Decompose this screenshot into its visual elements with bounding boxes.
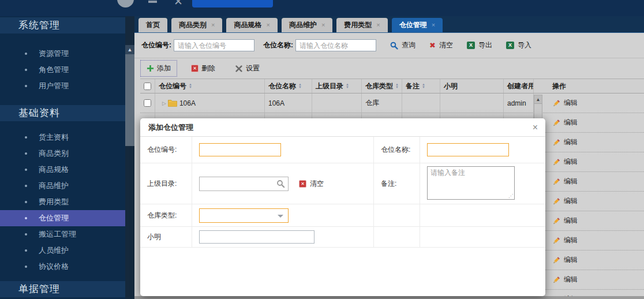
dlg-bin-name-input[interactable] [427, 143, 509, 156]
edit-button[interactable]: 编辑 [552, 118, 578, 128]
cell-bin-name: 106A [265, 94, 312, 113]
pencil-icon [552, 139, 560, 147]
dialog-form: 仓位编号: 仓位名称: 上级目录: 清空 备注: [140, 137, 545, 248]
sort-icon[interactable] [395, 83, 399, 89]
resize-grip-icon[interactable] [508, 194, 513, 199]
sidebar-item-goods-category[interactable]: 商品类别 [0, 145, 125, 162]
tab-close-icon[interactable]: × [376, 18, 380, 32]
cell-bin-code: 106A [179, 99, 196, 107]
tab-home[interactable]: 首页 [138, 18, 167, 32]
scroll-up-icon[interactable]: ▲ [125, 45, 134, 54]
pencil-icon [552, 178, 560, 186]
sidebar-item-role-mgmt[interactable]: 角色管理 [0, 62, 125, 78]
sidebar-item-user-mgmt[interactable]: 用户管理 [0, 78, 125, 94]
excel-import-icon [506, 42, 514, 49]
dlg-warehouse-type-label: 仓库类型: [140, 204, 192, 227]
sort-icon[interactable] [298, 83, 302, 89]
sidebar-item-goods-spec[interactable]: 商品规格 [0, 162, 125, 178]
sidebar-item-resource-mgmt[interactable]: 资源管理 [0, 46, 125, 62]
tab-goods-category[interactable]: 商品类别× [171, 18, 222, 32]
dlg-xiaoming-label: 小明 [140, 227, 192, 248]
dlg-bin-code-input[interactable] [199, 143, 281, 156]
delete-button[interactable]: 删除 [185, 61, 221, 76]
pencil-icon [552, 99, 560, 107]
tab-goods-maintain[interactable]: 商品维护× [282, 18, 332, 32]
excel-export-icon [467, 42, 475, 49]
sort-icon[interactable] [346, 83, 349, 89]
edit-button[interactable]: 编辑 [552, 275, 578, 285]
pencil-icon [552, 158, 560, 166]
edit-button[interactable]: 编辑 [552, 236, 578, 245]
pencil-icon [552, 276, 560, 284]
edit-button[interactable]: 编辑 [552, 98, 578, 108]
col-creator[interactable]: 创建者用户名 [504, 79, 534, 93]
import-button[interactable]: 导入 [506, 40, 531, 50]
dlg-xiaoming-input[interactable] [199, 230, 314, 244]
table-row[interactable]: 106A 106A 仓库 admin 编辑 [140, 94, 644, 113]
pencil-icon [552, 217, 560, 225]
plus-icon [147, 65, 154, 72]
search-button[interactable]: 查询 [390, 40, 415, 50]
sidebar-item-bin-mgmt[interactable]: 仓位管理 [0, 210, 125, 226]
row-checkbox[interactable] [144, 99, 151, 107]
page-scrollbar[interactable]: ▲ [125, 16, 134, 299]
sidebar-nav: 系统管理 资源管理 角色管理 用户管理 基础资料 货主资料 商品类别 商品规格 … [0, 16, 125, 299]
col-parent-dir[interactable]: 上级目录 [312, 79, 362, 93]
dlg-remark-label: 备注: [374, 163, 420, 204]
tab-close-icon[interactable]: × [266, 18, 269, 32]
edit-button[interactable]: 编辑 [552, 157, 578, 167]
select-all-checkbox[interactable] [144, 83, 151, 90]
titlebar-blue-button[interactable] [192, 0, 273, 8]
tab-close-icon[interactable]: × [211, 18, 215, 32]
minimize-icon[interactable] [148, 1, 157, 3]
edit-button[interactable]: 编辑 [552, 137, 578, 147]
pencil-icon [552, 119, 560, 127]
export-button[interactable]: 导出 [467, 40, 492, 50]
dlg-remark-textarea[interactable] [427, 166, 515, 200]
sidebar-item-owner-data[interactable]: 货主资料 [0, 129, 125, 145]
sidebar-item-personnel[interactable]: 人员维护 [0, 242, 125, 259]
col-bin-code[interactable]: 仓位编号 [155, 79, 265, 93]
col-xiaoming[interactable]: 小明 [440, 79, 504, 93]
app-window: ✕ 系统管理 资源管理 角色管理 用户管理 基础资料 货主资料 商品类别 商品规… [0, 0, 644, 299]
grid-scroll-up-icon[interactable]: ▲ [534, 95, 542, 104]
sidebar-item-porter-mgmt[interactable]: 搬运工管理 [0, 226, 125, 242]
add-button[interactable]: 添加 [140, 60, 177, 77]
bin-name-input[interactable] [295, 39, 376, 51]
chevron-down-icon[interactable] [278, 215, 283, 218]
clear-button[interactable]: 清空 [429, 40, 453, 50]
sort-icon[interactable] [422, 83, 425, 89]
settings-button[interactable]: 设置 [229, 61, 265, 76]
dlg-warehouse-type-select[interactable] [199, 208, 289, 223]
dlg-clear-button[interactable]: 清空 [299, 179, 324, 189]
sidebar-item-goods-maintain[interactable]: 商品维护 [0, 178, 125, 194]
expand-icon[interactable] [162, 100, 166, 106]
scrollbar-thumb[interactable] [125, 54, 134, 146]
dialog-close-icon[interactable]: × [533, 118, 538, 137]
dialog-header[interactable]: 添加仓位管理 × [140, 118, 545, 137]
edit-button[interactable]: 编辑 [552, 177, 578, 186]
add-bin-dialog: 添加仓位管理 × 仓位编号: 仓位名称: 上级目录: 清空 [140, 118, 545, 296]
dlg-parent-combo[interactable] [199, 177, 289, 191]
tab-close-icon[interactable]: × [432, 18, 435, 32]
sidebar-item-fee-type[interactable]: 费用类型 [0, 194, 125, 210]
sidebar-section-basicdata: 基础资料 [0, 105, 125, 121]
edit-button[interactable]: 编辑 [552, 255, 578, 265]
sidebar-item-agreement-price[interactable]: 协议价格 [0, 259, 125, 275]
sidebar-section-documents: 单据管理 [0, 281, 125, 297]
tab-close-icon[interactable]: × [321, 18, 325, 32]
close-window-icon[interactable]: ✕ [174, 0, 183, 8]
tab-fee-type[interactable]: 费用类型× [336, 18, 387, 32]
sort-icon[interactable] [189, 83, 192, 89]
col-remark[interactable]: 备注 [402, 79, 440, 93]
edit-button[interactable]: 编辑 [552, 216, 578, 226]
bin-code-input[interactable] [174, 39, 254, 51]
edit-button[interactable]: 编辑 [552, 196, 578, 206]
col-warehouse-type[interactable]: 仓库类型 [362, 79, 402, 93]
tab-bin-mgmt[interactable]: 仓位管理× [392, 18, 443, 32]
bottom-scrollbar-strip[interactable] [134, 296, 644, 299]
dialog-title: 添加仓位管理 [148, 123, 193, 132]
header-spacer [534, 79, 543, 93]
tab-goods-spec[interactable]: 商品规格× [226, 18, 277, 32]
col-bin-name[interactable]: 仓位名称 [265, 79, 312, 93]
